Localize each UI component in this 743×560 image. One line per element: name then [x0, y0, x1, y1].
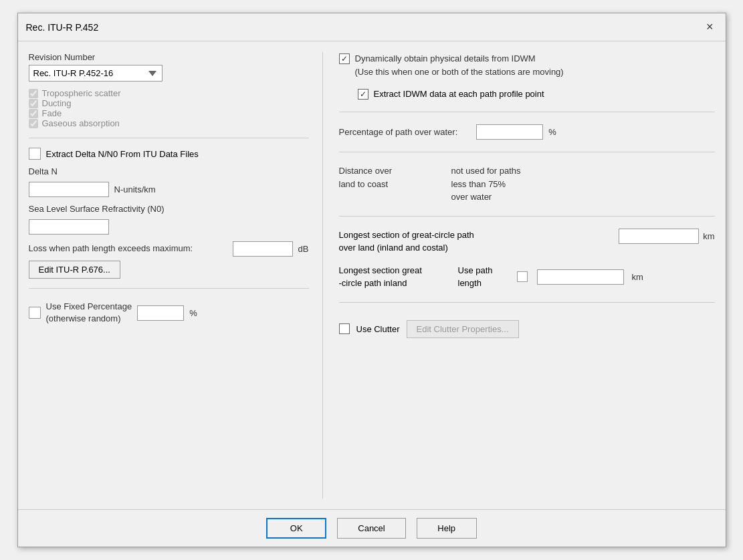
pct-water-unit: %	[548, 127, 556, 137]
delta-n-input[interactable]: 70.0	[29, 182, 109, 197]
dialog: Rec. ITU-R P.452 × Revision Number Rec. …	[17, 13, 726, 547]
fade-label: Fade	[42, 108, 62, 118]
longest-inland-row: Longest section great -circle path inlan…	[339, 264, 715, 290]
loss-row: Loss when path length exceeds maximum: 1…	[29, 241, 309, 257]
distance-coast-section: Distance over land to coast not used for…	[339, 164, 715, 204]
revision-section: Revision Number Rec. ITU-R P.452-16 Rec.…	[29, 52, 309, 82]
idwm-line2: (Use this when one or both of the statio…	[355, 67, 564, 77]
tropospheric-scatter-label: Tropospheric scatter	[42, 88, 121, 98]
title-bar: Rec. ITU-R P.452 ×	[18, 13, 726, 41]
sea-level-input[interactable]: 325.0	[29, 219, 109, 235]
longest-section-label: Longest section of great-circle path ove…	[339, 229, 614, 255]
revision-dropdown[interactable]: Rec. ITU-R P.452-16 Rec. ITU-R P.452-17	[29, 65, 163, 82]
fixed-pct-checkbox[interactable]	[29, 307, 41, 319]
loss-unit: dB	[298, 244, 309, 254]
cancel-button[interactable]: Cancel	[337, 518, 405, 539]
dialog-body: Revision Number Rec. ITU-R P.452-16 Rec.…	[18, 41, 726, 509]
extract-idwm-label: Extract IDWM data at each path profile p…	[374, 89, 544, 99]
clutter-row: Use Clutter Edit Clutter Properties...	[339, 320, 715, 338]
tropospheric-scatter-row: Tropospheric scatter	[29, 88, 309, 98]
delta-n-input-row: 70.0 N-units/km	[29, 182, 309, 197]
extract-delta-checkbox-wrap[interactable]	[29, 148, 41, 160]
extract-idwm-row: ✓ Extract IDWM data at each path profile…	[339, 88, 715, 100]
gaseous-absorption-row: Gaseous absorption	[29, 118, 309, 128]
ok-button[interactable]: OK	[266, 518, 326, 539]
delta-n-label: Delta N	[29, 166, 309, 176]
longest-section-input-wrap: path length km	[619, 229, 714, 244]
longest-section-row: Longest section of great-circle path ove…	[339, 229, 715, 255]
path-length-unit: km	[703, 231, 714, 241]
dialog-footer: OK Cancel Help	[18, 509, 726, 547]
ducting-label: Ducting	[42, 98, 72, 108]
sea-level-input-row: 325.0	[29, 219, 309, 235]
edit-btn-row: Edit ITU-R P.676...	[29, 261, 309, 279]
revision-label: Revision Number	[29, 52, 309, 62]
effects-checkboxes: Tropospheric scatter Ducting Fade Gaseou…	[29, 88, 309, 128]
idwm-checkbox[interactable]: ✓	[339, 53, 350, 64]
extract-idwm-checkmark: ✓	[360, 90, 366, 99]
fixed-pct-label: Use Fixed Percentage (otherwise random)	[46, 301, 132, 325]
tropospheric-scatter-checkbox	[29, 89, 38, 98]
gaseous-absorption-label: Gaseous absorption	[42, 118, 120, 128]
left-panel: Revision Number Rec. ITU-R P.452-16 Rec.…	[29, 52, 323, 499]
close-button[interactable]: ×	[702, 19, 718, 35]
path-length-input: path length	[619, 229, 699, 244]
not-used-text: not used for paths less than 75% over wa…	[451, 164, 521, 204]
fixed-pct-unit: %	[189, 308, 197, 318]
revision-dropdown-wrap: Rec. ITU-R P.452-16 Rec. ITU-R P.452-17	[29, 65, 309, 82]
extract-idwm-checkbox[interactable]: ✓	[358, 89, 368, 100]
edit-itu-btn[interactable]: Edit ITU-R P.676...	[29, 261, 120, 279]
sea-level-label: Sea Level Surface Refractivity (N0)	[29, 204, 309, 214]
fade-row: Fade	[29, 108, 309, 118]
idwm-line1: Dynamically obtain physical details from…	[355, 53, 536, 63]
use-path-length-label: Use path length	[458, 264, 512, 290]
idwm-section: ✓ Dynamically obtain physical details fr…	[339, 52, 715, 78]
sea-level-section: Sea Level Surface Refractivity (N0) 325.…	[29, 204, 309, 235]
pct-water-row: Percentage of path over water: 0.0 %	[339, 124, 715, 140]
edit-clutter-btn: Edit Clutter Properties...	[407, 320, 519, 338]
extract-delta-row: Extract Delta N/N0 From ITU Data Files	[29, 148, 309, 160]
extract-delta-label: Extract Delta N/N0 From ITU Data Files	[46, 149, 199, 159]
loss-input[interactable]: 1000.0	[233, 241, 293, 257]
distance-coast-label: Distance over land to coast	[339, 164, 446, 190]
delta-n-unit: N-units/km	[114, 184, 156, 194]
idwm-text: Dynamically obtain physical details from…	[355, 52, 564, 78]
delta-n-section: Delta N 70.0 N-units/km	[29, 166, 309, 197]
use-clutter-label: Use Clutter	[356, 324, 400, 334]
loss-section: Loss when path length exceeds maximum: 1…	[29, 241, 309, 279]
inland-unit: km	[632, 272, 643, 282]
fixed-pct-input[interactable]: n/a	[137, 305, 184, 321]
right-panel: ✓ Dynamically obtain physical details fr…	[323, 52, 715, 499]
fixed-pct-section: Use Fixed Percentage (otherwise random) …	[29, 301, 309, 325]
use-clutter-checkbox[interactable]	[339, 323, 350, 334]
pct-water-label: Percentage of path over water:	[339, 127, 458, 137]
fade-checkbox	[29, 109, 38, 118]
longest-inland-label: Longest section great -circle path inlan…	[339, 264, 453, 290]
gaseous-absorption-checkbox	[29, 119, 38, 128]
idwm-checkmark: ✓	[341, 54, 348, 63]
help-button[interactable]: Help	[417, 518, 477, 539]
use-path-length-checkbox[interactable]	[517, 271, 528, 282]
ducting-checkbox	[29, 99, 38, 108]
loss-label: Loss when path length exceeds maximum:	[29, 243, 227, 255]
na-see-help-input: n/a (see help)	[537, 269, 624, 285]
ducting-row: Ducting	[29, 98, 309, 108]
pct-water-input[interactable]: 0.0	[476, 124, 543, 140]
dialog-title: Rec. ITU-R P.452	[26, 22, 99, 33]
